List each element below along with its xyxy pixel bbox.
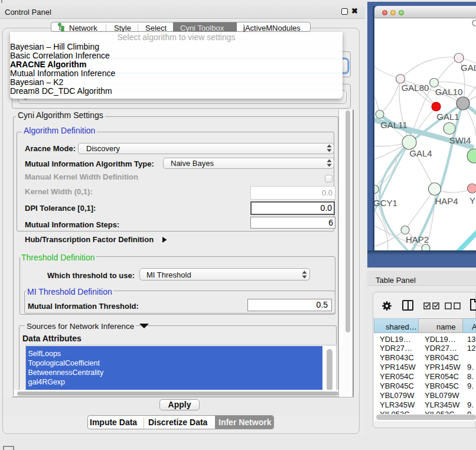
svg-text:HAP2: HAP2 (406, 234, 429, 244)
svg-text:GAL: GAL (461, 63, 476, 73)
svg-text:Y: Y (470, 195, 475, 206)
svg-text:GAL4: GAL4 (409, 148, 432, 158)
svg-text:GAL80: GAL80 (402, 83, 429, 93)
svg-text:HAP4: HAP4 (435, 196, 458, 206)
svg-text:GCY1: GCY1 (374, 198, 397, 208)
svg-text:GAL1: GAL1 (436, 112, 459, 122)
svg-text:SWI4: SWI4 (449, 135, 471, 145)
svg-text:GAL10: GAL10 (435, 87, 463, 97)
svg-text:GAL11: GAL11 (380, 120, 407, 130)
